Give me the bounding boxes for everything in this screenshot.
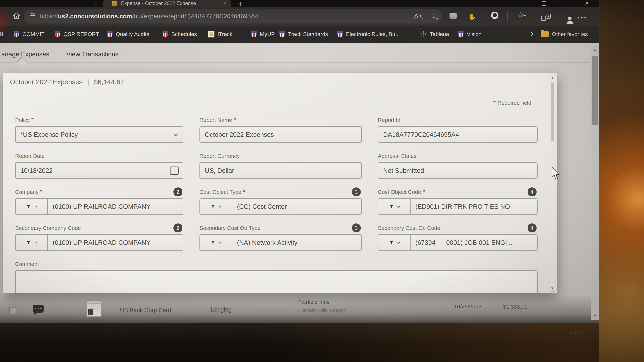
receipt-thumbnail[interactable]: [87, 300, 102, 317]
field-label: Comment: [15, 261, 39, 267]
field-policy: Policy* *US Expense Policy: [15, 116, 184, 143]
home-icon[interactable]: [12, 12, 20, 21]
settings-menu-icon[interactable]: [578, 17, 586, 18]
scroll-up-icon[interactable]: ▲: [591, 47, 598, 52]
field-report-currency: Report Currency US, Dollar: [200, 152, 362, 179]
field-value: (NA) Network Activity: [232, 239, 302, 246]
bookmark-label: Vision: [467, 31, 482, 37]
comment-bubble-icon[interactable]: [33, 305, 44, 313]
secondary-company-code-combo[interactable]: (0100) UP RAILROAD COMPANY: [15, 234, 184, 251]
comment-textarea[interactable]: [15, 270, 538, 293]
window-close-button[interactable]: ×: [585, 0, 589, 7]
report-date-input[interactable]: 10/18/2022: [15, 162, 184, 179]
extension-badge-icon[interactable]: [491, 11, 498, 19]
background-tab-close-icon[interactable]: ×: [94, 0, 97, 6]
filter-dropdown-button[interactable]: [16, 199, 48, 214]
modal-scrollbar-thumb[interactable]: [550, 83, 554, 141]
chevron-down-icon: [174, 132, 178, 136]
field-label: Policy: [15, 117, 30, 123]
filter-dropdown-button[interactable]: [200, 199, 232, 214]
field-label: Company: [15, 189, 39, 195]
bookmarks-overflow-chevron[interactable]: [530, 29, 533, 39]
report-total: $6,144.67: [94, 78, 124, 86]
location-cell: Klamath Falls, Oregon: [298, 308, 346, 313]
add-favorite-icon[interactable]: ☆+: [430, 12, 437, 20]
bookmark-vision[interactable]: Vision: [458, 29, 482, 39]
bookmark-label: COMMIT: [22, 31, 44, 37]
read-aloud-icon[interactable]: A: [414, 13, 423, 20]
bookmark-label: Schedules: [171, 31, 197, 37]
modal-header: October 2022 Expenses | $6,144.67: [3, 73, 557, 91]
bookmark-label: iTrack: [218, 31, 232, 37]
secondary-cost-ob-code-combo[interactable]: (67394 0001) JOB 001 ENGI...: [378, 234, 538, 251]
required-asterisk: *: [234, 117, 236, 123]
bookmark-track-standards[interactable]: Track Standards: [279, 29, 328, 39]
approval-status-input[interactable]: Not Submitted: [378, 162, 538, 179]
address-bar[interactable]: https://us2.concursolutions.com/nui/expe…: [24, 9, 442, 23]
filter-dropdown-button[interactable]: [16, 235, 48, 250]
bookmarks-bar: g COMMIT QSP REPORT Quality Audits Sched…: [0, 26, 599, 43]
up-shield-icon: [55, 31, 60, 37]
level-badge: 4: [528, 223, 536, 232]
field-value: DA18A7770C20464695A4: [378, 131, 464, 138]
report-id-input[interactable]: DA18A7770C20464695A4: [378, 126, 538, 143]
level-badge: 4: [528, 187, 536, 196]
up-shield-icon: [251, 31, 257, 37]
field-report-id: Report Id DA18A7770C20464695A4: [378, 116, 538, 143]
field-comment: Comment: [15, 260, 538, 293]
scroll-up-icon[interactable]: ▲: [550, 76, 555, 80]
field-value: (ED901) DIR TRK PRO TIES NO: [410, 203, 515, 210]
bookmark-qsp-report[interactable]: QSP REPORT: [55, 29, 99, 39]
url-text[interactable]: https://us2.concursolutions.com/nui/expe…: [40, 13, 258, 20]
row-checkbox[interactable]: [9, 307, 16, 314]
field-label: Report Currency: [200, 153, 240, 159]
up-shield-icon: [162, 31, 168, 37]
active-tab-caret: [16, 57, 27, 67]
secondary-cost-ob-type-combo[interactable]: (NA) Network Activity: [200, 234, 362, 251]
chevron-down-icon: [34, 240, 38, 244]
page-scrollbar-thumb[interactable]: [592, 56, 598, 125]
other-favorites[interactable]: Other favorites: [541, 29, 588, 39]
bookmark-electronic-rules[interactable]: Electronic Rules, Bu...: [337, 29, 400, 39]
bookmark-itrack[interactable]: iTrack: [208, 29, 232, 39]
expense-table-row[interactable]: US Bank Corp Card Lodging Fairfield Inns…: [0, 293, 599, 323]
filter-dropdown-button[interactable]: [378, 199, 410, 214]
modal-scrollbar[interactable]: ▲ ▼: [550, 75, 555, 292]
bookmark-myup[interactable]: MyUP: [251, 29, 275, 39]
url-scheme: https://: [40, 13, 58, 20]
bookmark-commit[interactable]: COMMIT: [14, 29, 44, 39]
read-aloud-letter: A: [414, 13, 418, 20]
page-scrollbar[interactable]: ▲ ▼: [591, 46, 598, 320]
field-value: (0100) UP RAILROAD COMPANY: [48, 203, 155, 210]
tab-view-transactions[interactable]: View Transactions: [66, 51, 118, 58]
scroll-down-icon[interactable]: ▼: [591, 313, 598, 318]
favorites-hub-icon[interactable]: ☆≡: [518, 11, 524, 19]
report-title: October 2022 Expenses: [10, 78, 82, 86]
report-name-input[interactable]: October 2022 Expenses: [200, 126, 362, 143]
cost-object-code-combo[interactable]: (ED901) DIR TRK PRO TIES NO: [378, 198, 538, 215]
bookmark-schedules[interactable]: Schedules: [162, 29, 197, 39]
field-value: 10/18/2022: [16, 167, 58, 174]
policy-select[interactable]: *US Expense Policy: [15, 126, 184, 143]
filter-dropdown-button[interactable]: [200, 235, 232, 250]
photo-of-laptop-screen: × Expense - October 2022 Expense × + × h…: [0, 0, 644, 362]
date-picker-button[interactable]: [165, 163, 183, 179]
folder-icon: [541, 31, 549, 37]
extension-icon[interactable]: [450, 13, 456, 19]
scroll-down-icon[interactable]: ▼: [550, 286, 555, 290]
active-browser-tab[interactable]: Expense - October 2022 Expense ×: [103, 0, 231, 7]
tab-manage-expenses[interactable]: anage Expenses: [1, 51, 49, 58]
up-shield-icon: [337, 31, 343, 37]
level-badge: 2: [174, 187, 182, 196]
bookmark-tableua[interactable]: Tableua: [420, 29, 449, 39]
window-restore-button[interactable]: [542, 1, 546, 6]
field-secondary-company-code: Secondary Company Code2 (0100) UP RAILRO…: [15, 224, 184, 251]
bookmark-quality-audits[interactable]: Quality Audits: [107, 29, 149, 39]
report-header-modal: October 2022 Expenses | $6,144.67 *Requi…: [3, 73, 557, 293]
report-currency-input[interactable]: US, Dollar: [200, 162, 362, 179]
filter-dropdown-button[interactable]: [378, 235, 410, 250]
norton-extension-icon[interactable]: [470, 14, 473, 20]
company-combo[interactable]: (0100) UP RAILROAD COMPANY: [15, 198, 184, 215]
cost-object-type-combo[interactable]: (CC) Cost Center: [200, 198, 362, 215]
tab-close-icon[interactable]: ×: [223, 1, 226, 6]
